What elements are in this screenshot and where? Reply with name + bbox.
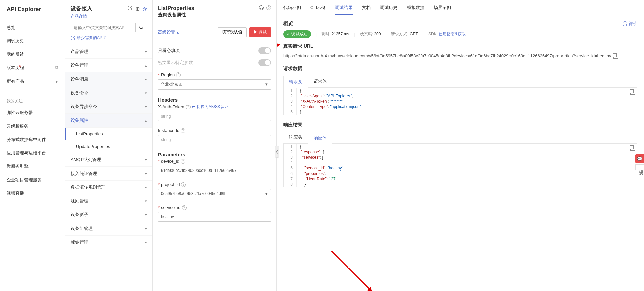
api-tree: 产品管理▾设备管理▴设备消息▾设备命令▾设备异步命令▾设备属性▴ListProp… [65,45,152,291]
product-title: 设备接入 [71,5,92,12]
mask-params-switch[interactable] [258,59,271,66]
advanced-settings-toggle[interactable]: 高级设置 ▴ [158,29,179,35]
tree-group[interactable]: 设备管理▴ [65,59,152,72]
request-subtab[interactable]: 请求体 [308,75,332,87]
nav-fav-item[interactable]: 企业项目管理服务 [0,173,65,187]
form-panel: ListProperties ? 查询设备属性 高级设置 ▴ 填写默认值 ▶ 调… [153,0,277,291]
nav-fav-item[interactable]: 视频直播 [0,187,65,200]
tree-group[interactable]: 数据流转规则管理▾ [65,181,152,194]
tree-group[interactable]: 设备属性▴ [65,114,152,128]
response-body-code: 1{2 "response": {3 "services": [4 {5 "se… [283,144,637,187]
result-tabs: 代码示例CLI示例调试结果文档调试历史模拟数据场景示例 [277,0,644,15]
feedback-text-button[interactable]: 咨询·反馈 [635,164,644,170]
tree-group[interactable]: 设备消息▾ [65,72,152,86]
help-icon[interactable]: ? [186,105,191,109]
help-icon[interactable]: ? [181,159,185,164]
service-id-input[interactable] [158,212,271,222]
nav-item[interactable]: 总览 [0,21,65,34]
tree-api-item[interactable]: ListProperties [65,128,152,140]
debug-button[interactable]: ▶ 调试 [249,27,271,37]
result-tab[interactable]: 调试结果 [335,5,353,15]
result-tab[interactable]: CLI示例 [310,5,326,15]
params-section: Parameters [158,148,271,159]
smile-icon[interactable] [128,6,132,10]
nav-fav-item[interactable]: 微服务引擎 [0,160,65,173]
copy-icon[interactable] [630,146,635,151]
overview-title: 概览 [283,20,293,27]
response-subtab[interactable]: 响应体 [308,132,332,144]
result-tab[interactable]: 文档 [362,5,371,15]
left-sidebar: API Explorer 总览调试历史我的反馈版本历程⧉所有产品▸ 我的关注 弹… [0,0,65,291]
tree-group[interactable]: AMQP队列管理▾ [65,153,152,167]
result-tab[interactable]: 调试历史 [380,5,397,15]
app-title: API Explorer [0,6,65,21]
sdk-link[interactable]: 使用指南&获取 [439,32,466,36]
nav-fav-item[interactable]: 云解析服务 [0,119,65,133]
tree-group[interactable]: 规则管理▾ [65,194,152,208]
svg-line-1 [142,28,143,30]
help-icon[interactable]: ? [182,205,187,210]
result-panel: 代码示例CLI示例调试结果文档调试历史模拟数据场景示例 概览 评价 ✓ 调试成功… [277,0,644,291]
nav-item[interactable]: 调试历史 [0,34,65,48]
help-icon[interactable]: ? [181,128,185,133]
response-title: 响应结果 [283,122,637,128]
rate-link[interactable]: 评价 [623,21,637,27]
result-tab[interactable]: 模拟数据 [407,5,424,15]
request-subtab[interactable]: 请求头 [283,76,308,88]
globe-icon[interactable]: ⊕ [135,6,140,12]
headers-section: Headers [158,93,271,104]
ak-sk-link[interactable]: ⇄ 切换为AK/SK认证 [192,104,228,110]
url-title: 真实请求 URL [283,43,637,49]
tree-group[interactable]: 产品管理▾ [65,45,152,59]
tree-api-item[interactable]: UpdateProperties [65,140,152,153]
missing-api-link[interactable]: 缺少需要的API? [71,34,147,41]
mask-params-label: 密文显示特定参数 [158,60,193,66]
result-tab[interactable]: 代码示例 [283,5,301,15]
svg-point-0 [139,26,142,29]
nav-item[interactable]: 所有产品▸ [0,75,65,88]
device-id-input[interactable] [158,166,271,175]
product-detail-link[interactable]: 产品详情 [71,12,147,19]
required-only-switch[interactable] [258,47,271,54]
help-icon[interactable]: ? [266,5,271,10]
tree-group[interactable]: 标签管理▾ [65,236,152,249]
nav-fav-item[interactable]: 应用管理与运维平台 [0,146,65,160]
region-select[interactable]: 华北-北京四 [158,79,271,90]
feedback-icon-button[interactable]: 💬 [635,154,644,163]
annotation-arrow [331,251,370,289]
request-url: https://iotda.cn-north-4.myhuaweicloud.c… [283,53,611,58]
response-subtab[interactable]: 响应头 [283,131,308,143]
xauth-input[interactable] [158,112,271,121]
copy-icon[interactable] [613,54,618,59]
nav-fav-item[interactable]: 分布式数据库中间件 [0,133,65,146]
search-input[interactable] [71,23,135,32]
copy-icon[interactable] [630,90,635,95]
search-button[interactable] [135,23,147,32]
nav-item[interactable]: 版本历程⧉ [0,61,65,75]
api-tree-panel: 设备接入 ⊕ ☆ 产品详情 缺少需要的API? 产品管理▾设备管理▴设备消息▾设… [65,0,153,291]
fill-defaults-button[interactable]: 填写默认值 [218,27,247,37]
nav-fav-item[interactable]: 弹性云服务器 [0,106,65,119]
nav-item[interactable]: 我的反馈 [0,48,65,61]
star-icon[interactable]: ☆ [142,6,147,12]
nav-section-label: 我的关注 [0,96,65,106]
tree-group[interactable]: 设备组管理▾ [65,222,152,236]
api-search [71,23,147,32]
help-icon[interactable]: ? [181,182,186,187]
api-cn-name: 查询设备属性 [158,11,271,18]
request-data-title: 请求数据 [283,66,637,72]
api-name: ListProperties [158,5,194,11]
result-tab[interactable]: 场景示例 [434,5,451,15]
smile-icon[interactable] [259,5,264,10]
required-only-label: 只看必填项 [158,48,180,54]
success-badge: ✓ 调试成功 [283,30,311,38]
instance-input[interactable] [158,135,271,144]
tree-group[interactable]: 设备异步命令▾ [65,100,152,114]
project-id-select[interactable]: 0e5957be8a00f53c2fa7c0045e4d8fbf [158,189,271,198]
request-headers-code: 1{2 "User-Agent": "API Explorer",3 "X-Au… [283,88,637,115]
tree-group[interactable]: 接入凭证管理▾ [65,167,152,181]
tree-group[interactable]: 设备影子▾ [65,208,152,222]
tree-group[interactable]: 设备命令▾ [65,86,152,100]
help-icon[interactable]: ? [176,72,181,77]
